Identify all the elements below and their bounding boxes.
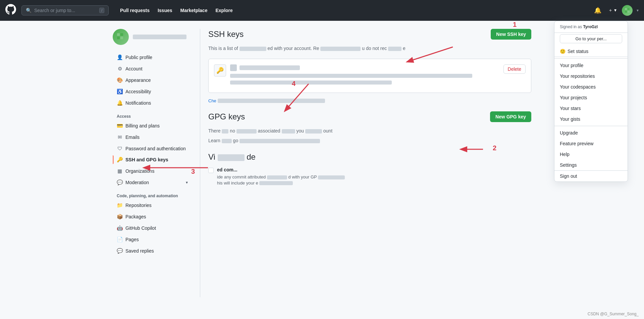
sidebar-item-organizations[interactable]: ▦ Organizations bbox=[113, 165, 192, 177]
sidebar-item-copilot[interactable]: 🤖 GitHub Copilot bbox=[113, 222, 192, 234]
svg-rect-3 bbox=[628, 11, 630, 13]
dropdown-your-codespaces[interactable]: Your codespaces bbox=[554, 82, 628, 92]
vigilant-title: Vi de bbox=[208, 152, 256, 162]
sidebar-item-account[interactable]: ⚙ Account bbox=[113, 63, 192, 74]
sidebar-item-ssh-gpg[interactable]: 🔑 SSH and GPG keys bbox=[113, 154, 192, 165]
shield-icon: 🛡 bbox=[117, 146, 123, 151]
dropdown-your-projects[interactable]: Your projects bbox=[554, 92, 628, 103]
dropdown-your-stars[interactable]: Your stars bbox=[554, 103, 628, 114]
svg-rect-5 bbox=[120, 33, 123, 36]
saved-replies-icon: 💬 bbox=[117, 248, 123, 254]
avatar-dropdown-arrow[interactable]: ▾ bbox=[637, 8, 639, 13]
svg-rect-0 bbox=[625, 8, 627, 10]
ssh-key-card: 🔑 Delete bbox=[208, 59, 531, 93]
github-logo[interactable] bbox=[5, 4, 16, 17]
sidebar-item-appearance[interactable]: 🎨 Appearance bbox=[113, 74, 192, 86]
search-icon: 🔍 bbox=[26, 8, 32, 13]
set-status-item[interactable]: 🙂 Set status bbox=[554, 46, 628, 57]
top-navigation: 🔍 Search or jump to... / Pull requests I… bbox=[0, 0, 644, 21]
sidebar-item-packages[interactable]: 📦 Packages bbox=[113, 211, 192, 222]
email-icon: ✉ bbox=[117, 134, 123, 140]
section-label-code: Code, planning, and automation bbox=[113, 188, 192, 200]
vigilant-section: Vi de ed com... ide any commit attribute… bbox=[208, 152, 531, 185]
user-avatar-button[interactable] bbox=[622, 5, 633, 16]
dropdown-settings[interactable]: Settings bbox=[554, 160, 628, 170]
page-container: 👤 Public profile ⚙ Account 🎨 Appearance … bbox=[107, 21, 537, 305]
new-gpg-key-button[interactable]: New GPG key bbox=[490, 111, 531, 122]
ssh-description: This is a list of ed with your account. … bbox=[208, 45, 531, 52]
repo-icon: 📁 bbox=[117, 202, 123, 208]
dropdown-username: TyroGzl bbox=[583, 24, 598, 29]
check-link[interactable]: Che bbox=[208, 98, 531, 103]
svg-rect-1 bbox=[628, 8, 630, 10]
divider-2 bbox=[554, 126, 628, 126]
settings-sidebar: 👤 Public profile ⚙ Account 🎨 Appearance … bbox=[113, 29, 200, 297]
org-icon: ▦ bbox=[117, 168, 123, 174]
sidebar-item-moderation[interactable]: 💬 Moderation ▾ bbox=[113, 177, 192, 188]
gpg-empty-text: There no associated you ount bbox=[208, 127, 531, 135]
delete-key-button[interactable]: Delete bbox=[503, 64, 526, 74]
key-card-body bbox=[230, 64, 499, 87]
key-card-actions: Delete bbox=[503, 64, 526, 74]
ssh-section-header: SSH keys New SSH key bbox=[208, 29, 531, 40]
nav-pull-requests[interactable]: Pull requests bbox=[117, 6, 153, 15]
user-dropdown-menu: Signed in as TyroGzl Go to your per... 🙂… bbox=[554, 21, 628, 182]
sidebar-item-public-profile[interactable]: 👤 Public profile bbox=[113, 52, 192, 63]
svg-rect-2 bbox=[625, 11, 627, 13]
sidebar-item-password[interactable]: 🛡 Password and authentication bbox=[113, 143, 192, 154]
dropdown-feature-preview[interactable]: Feature preview bbox=[554, 138, 628, 149]
sidebar-username bbox=[133, 35, 186, 39]
dropdown-signed-in: Signed in as TyroGzl bbox=[554, 21, 628, 33]
top-nav-links: Pull requests Issues Marketplace Explore bbox=[117, 6, 236, 15]
main-content: SSH keys New SSH key This is a list of e… bbox=[200, 29, 531, 297]
section-label-access: Access bbox=[113, 109, 192, 120]
ssh-section-title: SSH keys bbox=[208, 30, 244, 39]
blurred-text-1 bbox=[239, 47, 266, 51]
vigilant-checkbox-row: ed com... ide any commit attributed d wi… bbox=[208, 167, 531, 185]
nav-issues[interactable]: Issues bbox=[154, 6, 176, 15]
dropdown-help[interactable]: Help bbox=[554, 149, 628, 160]
vigilant-checkbox[interactable] bbox=[208, 168, 214, 173]
key-icon: 🔑 bbox=[117, 157, 123, 163]
gpg-section-title: GPG keys bbox=[208, 112, 245, 121]
svg-rect-4 bbox=[117, 33, 120, 36]
avatar-image bbox=[622, 5, 633, 16]
sidebar-item-notifications[interactable]: 🔔 Notifications bbox=[113, 97, 192, 109]
pages-icon: 📄 bbox=[117, 236, 123, 243]
gpg-learn-text: Learn go bbox=[208, 137, 531, 144]
sidebar-item-saved-replies[interactable]: 💬 Saved replies bbox=[113, 245, 192, 257]
chevron-down-icon: ▾ bbox=[186, 180, 188, 185]
credit-card-icon: 💳 bbox=[117, 123, 123, 129]
blurred-text-3 bbox=[388, 47, 401, 51]
key-card-icon: 🔑 bbox=[214, 64, 226, 76]
gpg-section-header: GPG keys New GPG key bbox=[208, 111, 531, 122]
package-icon: 📦 bbox=[117, 214, 123, 220]
slash-badge: / bbox=[99, 8, 104, 13]
bell-icon: 🔔 bbox=[117, 100, 123, 106]
nav-marketplace[interactable]: Marketplace bbox=[177, 6, 211, 15]
search-input[interactable]: 🔍 Search or jump to... / bbox=[21, 5, 109, 15]
new-ssh-key-button[interactable]: New SSH key bbox=[491, 29, 531, 40]
sidebar-item-emails[interactable]: ✉ Emails bbox=[113, 131, 192, 143]
copilot-icon: 🤖 bbox=[117, 225, 123, 231]
svg-rect-6 bbox=[117, 37, 120, 39]
dropdown-your-profile[interactable]: Your profile bbox=[554, 60, 628, 71]
blurred-text-2 bbox=[320, 47, 361, 51]
dropdown-upgrade[interactable]: Upgrade bbox=[554, 127, 628, 138]
topnav-right: 🔔 ＋ ▾ ▾ bbox=[593, 5, 639, 16]
sidebar-item-accessibility[interactable]: ♿ Accessibility bbox=[113, 86, 192, 97]
sidebar-user bbox=[113, 29, 192, 45]
sidebar-item-billing[interactable]: 💳 Billing and plans bbox=[113, 120, 192, 131]
sign-out-item[interactable]: Sign out bbox=[554, 170, 628, 181]
dropdown-your-gists[interactable]: Your gists bbox=[554, 114, 628, 124]
divider-1 bbox=[554, 58, 628, 59]
notifications-bell[interactable]: 🔔 bbox=[593, 5, 603, 15]
dropdown-your-repositories[interactable]: Your repositories bbox=[554, 71, 628, 82]
nav-explore[interactable]: Explore bbox=[212, 6, 236, 15]
blurred-text-check bbox=[218, 99, 325, 103]
sidebar-item-pages[interactable]: 📄 Pages bbox=[113, 234, 192, 245]
goto-profile-button[interactable]: Go to your per... bbox=[560, 34, 622, 43]
sidebar-item-repositories[interactable]: 📁 Repositories bbox=[113, 200, 192, 211]
gear-icon: ⚙ bbox=[117, 66, 123, 72]
create-new-button[interactable]: ＋ ▾ bbox=[607, 6, 618, 15]
